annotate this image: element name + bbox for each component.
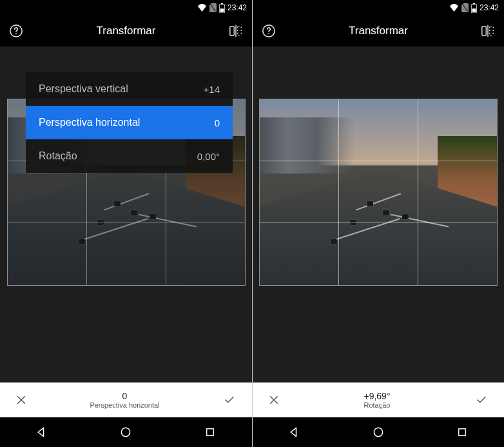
flip-icon[interactable]: [481, 24, 495, 38]
action-value: 0: [27, 391, 222, 402]
svg-rect-33: [459, 429, 466, 436]
svg-rect-16: [207, 429, 214, 436]
action-center: +9,69° Rotação: [280, 391, 474, 410]
action-value: +9,69°: [280, 391, 474, 402]
phone-right: 23:42 Transformar: [252, 0, 504, 447]
clock-text: 23:42: [228, 3, 247, 12]
battery-icon: [471, 3, 477, 13]
clock-text: 23:42: [480, 3, 499, 12]
wifi-icon: [197, 4, 207, 12]
option-perspectiva-vertical[interactable]: Perspectiva vertical +14: [26, 72, 233, 106]
option-label: Perspectiva horizontal: [39, 117, 140, 128]
status-bar: 23:42: [0, 0, 252, 15]
option-label: Perspectiva vertical: [39, 83, 128, 95]
nav-recent-button[interactable]: [443, 426, 481, 438]
action-label: Perspectiva horizontal: [27, 401, 222, 409]
svg-point-4: [15, 33, 17, 34]
nav-recent-button[interactable]: [191, 426, 229, 438]
app-toolbar: Transformar: [253, 15, 504, 46]
confirm-button[interactable]: [222, 394, 237, 406]
action-center: 0 Perspectiva horizontal: [27, 391, 222, 410]
help-icon[interactable]: [262, 24, 276, 38]
canvas-area[interactable]: [253, 46, 504, 382]
action-bar: 0 Perspectiva horizontal: [0, 382, 252, 417]
cancel-button[interactable]: [15, 394, 27, 406]
option-value: 0: [215, 117, 220, 128]
option-rotacao[interactable]: Rotação 0,00°: [26, 139, 233, 173]
toolbar-title: Transformar: [349, 25, 408, 37]
app-toolbar: Transformar: [0, 15, 252, 46]
option-label: Rotação: [39, 150, 77, 162]
flip-icon[interactable]: [229, 24, 243, 38]
svg-point-21: [268, 33, 269, 34]
adjustment-options: Perspectiva vertical +14 Perspectiva hor…: [26, 72, 233, 173]
nav-home-button[interactable]: [359, 426, 398, 439]
canvas-area[interactable]: Perspectiva vertical +14 Perspectiva hor…: [0, 46, 252, 382]
battery-icon: [219, 3, 225, 13]
option-perspectiva-horizontal[interactable]: Perspectiva horizontal 0: [26, 106, 233, 139]
svg-rect-1: [221, 3, 223, 5]
nav-home-button[interactable]: [106, 426, 145, 439]
option-value: +14: [204, 84, 220, 95]
toolbar-title: Transformar: [97, 25, 156, 37]
svg-rect-22: [482, 26, 486, 36]
action-label: Rotação: [280, 401, 474, 409]
nav-back-button[interactable]: [275, 426, 314, 439]
android-nav-bar: [253, 417, 504, 447]
sim-off-icon: [209, 3, 217, 12]
confirm-button[interactable]: [474, 394, 489, 406]
phone-left: 23:42 Transformar: [0, 0, 252, 447]
option-value: 0,00°: [197, 151, 220, 162]
svg-rect-18: [473, 3, 475, 5]
android-nav-bar: [0, 417, 252, 447]
svg-rect-5: [230, 26, 234, 36]
wifi-icon: [449, 4, 459, 12]
status-bar: 23:42: [253, 0, 504, 15]
svg-rect-19: [472, 8, 476, 12]
action-bar: +9,69° Rotação: [253, 382, 504, 417]
svg-rect-2: [220, 8, 224, 12]
svg-point-32: [374, 428, 382, 436]
nav-back-button[interactable]: [23, 426, 61, 439]
svg-point-15: [122, 428, 130, 436]
sim-off-icon: [461, 3, 469, 12]
photo-preview: [259, 99, 498, 286]
cancel-button[interactable]: [268, 394, 280, 406]
help-icon[interactable]: [9, 24, 23, 38]
